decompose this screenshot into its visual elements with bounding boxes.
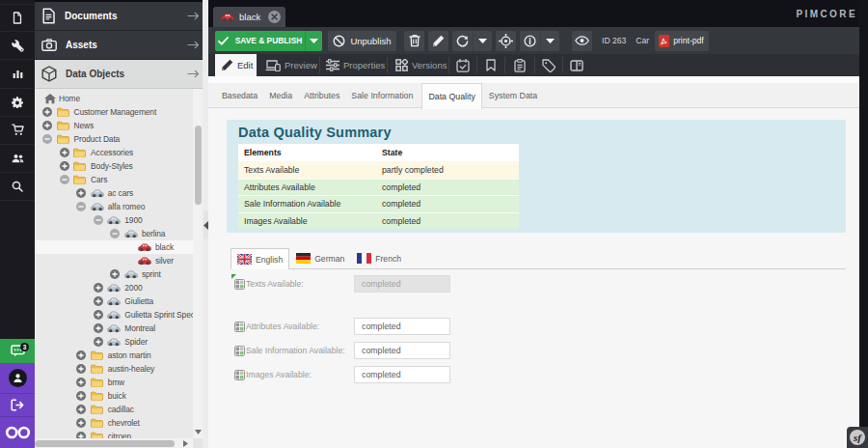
reload-button[interactable] (452, 35, 473, 47)
expand-icon[interactable] (76, 418, 86, 428)
tree-horizontal-scrollbar[interactable] (35, 438, 203, 448)
tree-item-cadillac[interactable]: cadillac (35, 403, 193, 416)
sidebar-item-tools[interactable] (0, 32, 35, 60)
content-tab-data-quality[interactable]: Data Quality (421, 83, 481, 109)
tree-item-cars[interactable]: Cars (35, 173, 193, 186)
save-button-main[interactable]: SAVE & PUBLISH (215, 36, 305, 45)
expand-icon[interactable] (94, 283, 103, 293)
delete-button[interactable] (404, 31, 424, 51)
collapse-icon[interactable] (76, 202, 86, 211)
scrollbar-right-arrow[interactable] (180, 438, 190, 448)
info-menu-caret[interactable] (541, 39, 559, 43)
collapse-icon[interactable] (60, 175, 69, 184)
field-input[interactable]: completed (354, 318, 450, 335)
content-tab-basedata[interactable]: Basedata (216, 83, 263, 107)
field-input[interactable]: completed (354, 275, 450, 293)
accordion-header-documents[interactable]: Documents (35, 2, 203, 31)
tree-item-giulietta[interactable]: Giulietta (35, 294, 193, 308)
expand-icon[interactable] (94, 323, 103, 333)
tree-item-home[interactable]: Home (35, 92, 193, 105)
tree-item-montreal[interactable]: Montreal (35, 322, 193, 335)
tab-preview[interactable]: Preview (257, 54, 319, 76)
reload-menu-caret[interactable] (474, 39, 492, 43)
language-tab-english[interactable]: English (231, 248, 289, 269)
tab-edit[interactable]: Edit (215, 54, 257, 76)
sidebar-item-ecommerce[interactable] (0, 117, 35, 145)
language-tab-french[interactable]: French (352, 248, 407, 268)
preview-eye-button[interactable] (572, 31, 592, 51)
tab-notes[interactable] (505, 54, 534, 76)
scrollbar-thumb[interactable] (35, 440, 175, 447)
collapse-icon[interactable] (110, 229, 120, 238)
tree-item-black[interactable]: black (35, 240, 193, 254)
reload-split-button[interactable] (452, 31, 492, 51)
content-tab-system-data[interactable]: System Data (483, 83, 543, 107)
sidebar-item-reports[interactable] (0, 60, 35, 88)
collapse-sidebar-button[interactable] (203, 210, 208, 239)
tab-tags[interactable] (535, 54, 562, 76)
expand-icon[interactable] (94, 310, 103, 320)
tab-schedule[interactable] (449, 54, 476, 76)
expand-icon[interactable] (76, 188, 86, 198)
tree-item-gulietta-sprint-speciale[interactable]: Gulietta Sprint Speciale (35, 308, 193, 322)
accordion-header-assets[interactable]: Assets (35, 31, 203, 60)
expand-icon[interactable] (42, 107, 52, 117)
content-tab-media[interactable]: Media (263, 83, 298, 107)
expand-icon[interactable] (76, 405, 86, 414)
tab-versions[interactable]: Versions (388, 54, 448, 76)
notifications-button[interactable]: 3 (0, 339, 35, 363)
tree-vertical-scrollbar[interactable] (193, 89, 203, 438)
tab-dependencies[interactable] (477, 54, 504, 76)
tree-item-product-data[interactable]: Product Data (35, 132, 193, 146)
expand-icon[interactable] (94, 296, 103, 306)
tree-item-chevrolet[interactable]: chevrolet (35, 416, 193, 430)
tab-properties[interactable]: Properties (320, 54, 387, 76)
language-tab-german[interactable]: German (291, 248, 350, 268)
close-tab-button[interactable] (268, 11, 281, 23)
tree-item-spider[interactable]: Spider (35, 335, 193, 349)
pimcore-logo-button[interactable] (0, 416, 35, 448)
current-user-button[interactable] (0, 363, 35, 393)
symfony-debug-button[interactable]: sf (847, 427, 868, 448)
collapse-icon[interactable] (94, 215, 103, 225)
tab-black-object[interactable]: black (213, 7, 285, 27)
content-tab-sale-information[interactable]: Sale Information (345, 83, 419, 107)
sidebar-item-file[interactable] (0, 4, 35, 32)
expand-icon[interactable] (76, 378, 86, 387)
expand-icon[interactable] (76, 350, 86, 360)
save-and-publish-button[interactable]: SAVE & PUBLISH (215, 31, 322, 51)
expand-icon[interactable] (76, 364, 86, 374)
sidebar-item-settings[interactable] (0, 89, 35, 117)
tree-item-bmw[interactable]: bmw (35, 376, 193, 389)
tree-item-citroen[interactable]: citroen (35, 430, 193, 438)
content-tab-attributes[interactable]: Attributes (298, 83, 345, 107)
expand-icon[interactable] (76, 391, 86, 401)
unpublish-button[interactable]: Unpublish (328, 31, 396, 51)
expand-icon[interactable] (76, 432, 86, 438)
sidebar-item-users[interactable] (0, 145, 35, 173)
tree-item-1900[interactable]: 1900 (35, 213, 193, 227)
tree-item-silver[interactable]: silver (35, 254, 193, 267)
tree-item-body-styles[interactable]: Body-Styles (35, 159, 193, 173)
locate-in-tree-button[interactable] (496, 31, 516, 51)
expand-icon[interactable] (60, 148, 69, 157)
logout-button[interactable] (0, 393, 35, 416)
info-split-button[interactable] (520, 31, 559, 51)
expand-icon[interactable] (110, 269, 120, 279)
tree-item-berlina[interactable]: berlina (35, 227, 193, 240)
tree-item-ac-cars[interactable]: ac cars (35, 186, 193, 200)
expand-icon[interactable] (60, 161, 69, 171)
tree-item-buick[interactable]: buick (35, 389, 193, 403)
tree-item-customer-management[interactable]: Customer Management (35, 105, 193, 119)
tree-item-2000[interactable]: 2000 (35, 281, 193, 294)
tree-item-accessories[interactable]: Accessories (35, 146, 193, 159)
accordion-header-data-objects[interactable]: Data Objects (35, 60, 203, 89)
save-menu-caret[interactable] (306, 39, 322, 43)
print-pdf-button[interactable]: print-pdf (655, 31, 709, 51)
tree-item-sprint[interactable]: sprint (35, 267, 193, 281)
tree-item-aston-martin[interactable]: aston martin (35, 349, 193, 362)
scrollbar-down-arrow[interactable] (193, 427, 203, 436)
field-input[interactable]: completed (354, 366, 450, 383)
expand-icon[interactable] (42, 121, 52, 130)
tree-item-austin-healey[interactable]: austin-healey (35, 362, 193, 376)
